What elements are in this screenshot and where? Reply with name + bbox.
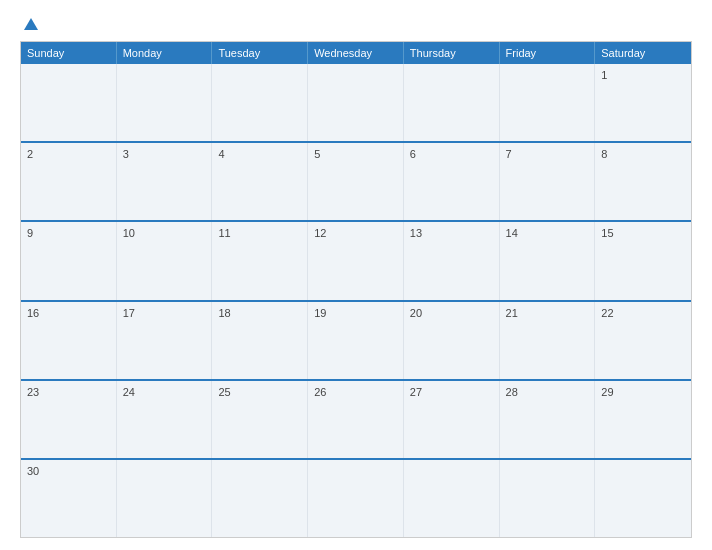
- calendar-cell: 19: [308, 302, 404, 379]
- calendar-row: 23242526272829: [21, 379, 691, 458]
- calendar-cell: 27: [404, 381, 500, 458]
- calendar-cell: 2: [21, 143, 117, 220]
- calendar-row: 9101112131415: [21, 220, 691, 299]
- calendar-cell: [404, 64, 500, 141]
- day-number: 7: [506, 148, 512, 160]
- calendar-cell: 8: [595, 143, 691, 220]
- calendar-body: 1234567891011121314151617181920212223242…: [21, 64, 691, 537]
- day-header-wednesday: Wednesday: [308, 42, 404, 64]
- calendar-cell: [500, 460, 596, 537]
- calendar: SundayMondayTuesdayWednesdayThursdayFrid…: [20, 41, 692, 538]
- day-number: 20: [410, 307, 422, 319]
- page: SundayMondayTuesdayWednesdayThursdayFrid…: [0, 0, 712, 550]
- calendar-cell: [212, 64, 308, 141]
- day-number: 19: [314, 307, 326, 319]
- day-number: 26: [314, 386, 326, 398]
- day-header-monday: Monday: [117, 42, 213, 64]
- day-number: 8: [601, 148, 607, 160]
- calendar-cell: 22: [595, 302, 691, 379]
- calendar-cell: 24: [117, 381, 213, 458]
- day-header-saturday: Saturday: [595, 42, 691, 64]
- calendar-cell: 25: [212, 381, 308, 458]
- day-number: 15: [601, 227, 613, 239]
- calendar-cell: 5: [308, 143, 404, 220]
- day-number: 14: [506, 227, 518, 239]
- day-header-thursday: Thursday: [404, 42, 500, 64]
- calendar-row: 1: [21, 64, 691, 141]
- header: [20, 18, 692, 31]
- day-header-sunday: Sunday: [21, 42, 117, 64]
- day-number: 30: [27, 465, 39, 477]
- day-number: 13: [410, 227, 422, 239]
- day-number: 18: [218, 307, 230, 319]
- day-number: 4: [218, 148, 224, 160]
- calendar-cell: 30: [21, 460, 117, 537]
- calendar-cell: 29: [595, 381, 691, 458]
- calendar-header: SundayMondayTuesdayWednesdayThursdayFrid…: [21, 42, 691, 64]
- day-number: 16: [27, 307, 39, 319]
- calendar-cell: [500, 64, 596, 141]
- calendar-cell: 20: [404, 302, 500, 379]
- calendar-cell: [117, 460, 213, 537]
- calendar-row: 2345678: [21, 141, 691, 220]
- day-number: 25: [218, 386, 230, 398]
- day-number: 5: [314, 148, 320, 160]
- calendar-cell: 15: [595, 222, 691, 299]
- calendar-cell: 4: [212, 143, 308, 220]
- day-number: 3: [123, 148, 129, 160]
- day-header-tuesday: Tuesday: [212, 42, 308, 64]
- calendar-cell: 9: [21, 222, 117, 299]
- calendar-cell: 3: [117, 143, 213, 220]
- calendar-cell: 21: [500, 302, 596, 379]
- calendar-row: 30: [21, 458, 691, 537]
- day-number: 11: [218, 227, 230, 239]
- day-number: 1: [601, 69, 607, 81]
- calendar-cell: 6: [404, 143, 500, 220]
- calendar-cell: 17: [117, 302, 213, 379]
- calendar-cell: [595, 460, 691, 537]
- calendar-cell: 28: [500, 381, 596, 458]
- calendar-cell: 16: [21, 302, 117, 379]
- calendar-cell: [117, 64, 213, 141]
- calendar-cell: 26: [308, 381, 404, 458]
- day-number: 2: [27, 148, 33, 160]
- calendar-cell: 11: [212, 222, 308, 299]
- day-number: 22: [601, 307, 613, 319]
- day-number: 10: [123, 227, 135, 239]
- day-number: 24: [123, 386, 135, 398]
- logo-triangle-icon: [24, 18, 38, 30]
- calendar-cell: 7: [500, 143, 596, 220]
- day-number: 23: [27, 386, 39, 398]
- logo: [20, 18, 38, 31]
- day-number: 29: [601, 386, 613, 398]
- calendar-cell: 12: [308, 222, 404, 299]
- day-header-friday: Friday: [500, 42, 596, 64]
- day-number: 6: [410, 148, 416, 160]
- day-number: 9: [27, 227, 33, 239]
- calendar-cell: [21, 64, 117, 141]
- calendar-cell: 18: [212, 302, 308, 379]
- calendar-cell: 10: [117, 222, 213, 299]
- calendar-cell: [404, 460, 500, 537]
- day-number: 27: [410, 386, 422, 398]
- calendar-cell: 14: [500, 222, 596, 299]
- calendar-cell: 1: [595, 64, 691, 141]
- calendar-row: 16171819202122: [21, 300, 691, 379]
- calendar-cell: [308, 64, 404, 141]
- day-number: 21: [506, 307, 518, 319]
- calendar-cell: [308, 460, 404, 537]
- calendar-cell: 13: [404, 222, 500, 299]
- day-number: 12: [314, 227, 326, 239]
- day-number: 17: [123, 307, 135, 319]
- calendar-cell: 23: [21, 381, 117, 458]
- calendar-cell: [212, 460, 308, 537]
- day-number: 28: [506, 386, 518, 398]
